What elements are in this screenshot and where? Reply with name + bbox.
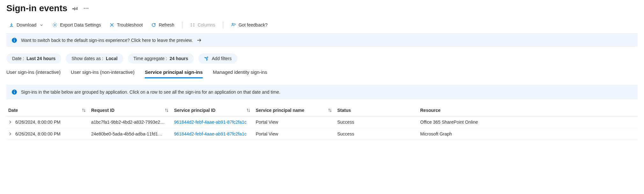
svg-rect-6: [14, 40, 15, 42]
col-resource-label: Resource: [420, 108, 631, 113]
columns-label: Columns: [198, 22, 215, 27]
troubleshoot-button[interactable]: Troubleshoot: [107, 20, 145, 29]
tab-service-principal-sign-ins[interactable]: Service principal sign-ins: [145, 67, 203, 78]
cell-status: Success: [337, 131, 354, 136]
filter-show-dates[interactable]: Show dates as : Local: [66, 53, 123, 64]
arrow-right-icon: [197, 38, 202, 43]
sort-icon: [165, 108, 169, 113]
grouping-info-text: Sign-ins in the table below are grouped …: [21, 89, 280, 95]
more-icon[interactable]: [83, 5, 89, 11]
info-icon: [11, 37, 17, 43]
sort-icon: [82, 108, 86, 113]
download-button[interactable]: Download: [6, 20, 47, 29]
table-row[interactable]: 6/26/2024, 8:00:00 PMa1bc7fa1-9bb2-4bd2-…: [6, 116, 638, 128]
col-date-label: Date: [8, 108, 79, 113]
svg-point-4: [232, 23, 233, 25]
refresh-label: Refresh: [159, 22, 174, 27]
toolbar-separator: [223, 21, 223, 28]
filter-icon: [204, 56, 209, 61]
filter-date[interactable]: Date : Last 24 hours: [6, 53, 61, 64]
col-request-id-label: Request ID: [91, 108, 162, 113]
col-resource[interactable]: Resource: [420, 108, 636, 113]
cell-sp-name: Portal View: [256, 120, 278, 125]
cell-date: 6/26/2024, 8:00:00 PM: [15, 131, 61, 136]
svg-point-7: [14, 39, 15, 39]
grouping-info-bar: Sign-ins in the table below are grouped …: [6, 85, 638, 99]
col-sp-id-label: Service principal ID: [174, 108, 244, 113]
cell-request-id: 24e80be0-5ada-4b5d-adba-11fd1…: [91, 131, 162, 136]
chevron-right-icon: [8, 120, 12, 124]
tab-managed-identity-sign-ins[interactable]: Managed identity sign-ins: [213, 67, 267, 78]
filter-agg-prefix: Time aggregate :: [134, 56, 167, 61]
feedback-button[interactable]: Got feedback?: [228, 20, 270, 29]
svg-point-3: [54, 24, 55, 26]
table-row[interactable]: 6/26/2024, 8:00:00 PM24e80be0-5ada-4b5d-…: [6, 128, 638, 140]
col-date[interactable]: Date: [8, 108, 91, 113]
filter-agg-value: 24 hours: [170, 56, 188, 61]
chevron-down-icon: [39, 22, 44, 27]
cell-resource: Microsoft Graph: [420, 131, 452, 136]
refresh-icon: [151, 22, 156, 27]
filter-show-dates-prefix: Show dates as :: [71, 56, 103, 61]
sort-icon: [328, 108, 332, 113]
cell-status: Success: [337, 120, 354, 125]
filter-date-value: Last 24 hours: [26, 56, 55, 61]
filter-show-dates-value: Local: [106, 56, 118, 61]
page-title: Sign-in events: [6, 3, 67, 13]
export-label: Export Data Settings: [60, 22, 101, 27]
refresh-button[interactable]: Refresh: [149, 20, 177, 29]
col-status[interactable]: Status: [337, 108, 420, 113]
preview-info-text: Want to switch back to the default sign-…: [21, 38, 193, 43]
cell-request-id: a1bc7fa1-9bb2-4bd2-a832-7993e2…: [91, 120, 165, 125]
col-sp-name-label: Service principal name: [256, 108, 325, 113]
add-filters-button[interactable]: Add filters: [198, 53, 237, 64]
cell-sp-name: Portal View: [256, 131, 278, 136]
cell-sp-id-link[interactable]: 961844d2-febf-4aae-ab91-87fc2fa1c: [174, 131, 246, 136]
add-filters-label: Add filters: [212, 56, 231, 61]
columns-button: Columns: [187, 20, 218, 29]
svg-point-1: [86, 8, 87, 9]
feedback-label: Got feedback?: [238, 22, 267, 27]
cell-date: 6/26/2024, 8:00:00 PM: [15, 120, 61, 125]
svg-point-10: [14, 90, 15, 91]
info-icon: [11, 89, 17, 95]
col-sp-name[interactable]: Service principal name: [256, 108, 337, 113]
feedback-icon: [231, 22, 236, 27]
filter-date-prefix: Date :: [12, 56, 24, 61]
tab-user-sign-ins-interactive-[interactable]: User sign-ins (interactive): [6, 67, 61, 78]
export-button[interactable]: Export Data Settings: [50, 20, 103, 29]
tab-user-sign-ins-non-interactive-[interactable]: User sign-ins (non-interactive): [71, 67, 135, 78]
toolbar-separator: [182, 21, 182, 28]
svg-point-2: [88, 8, 89, 9]
columns-icon: [190, 22, 195, 27]
gear-icon: [52, 22, 57, 27]
col-status-label: Status: [337, 108, 415, 113]
cell-resource: Office 365 SharePoint Online: [420, 120, 478, 125]
col-request-id[interactable]: Request ID: [91, 108, 174, 113]
chevron-right-icon: [8, 132, 12, 136]
tabs: User sign-ins (interactive)User sign-ins…: [6, 67, 638, 78]
sort-icon: [246, 108, 251, 113]
troubleshoot-label: Troubleshoot: [117, 22, 143, 27]
col-sp-id[interactable]: Service principal ID: [174, 108, 256, 113]
download-icon: [9, 22, 14, 27]
download-label: Download: [17, 22, 36, 27]
preview-info-bar[interactable]: Want to switch back to the default sign-…: [6, 34, 638, 47]
troubleshoot-icon: [109, 22, 114, 27]
svg-point-0: [84, 8, 85, 9]
filter-time-aggregate[interactable]: Time aggregate : 24 hours: [128, 53, 194, 64]
pin-icon[interactable]: [72, 5, 78, 11]
cell-sp-id-link[interactable]: 961844d2-febf-4aae-ab91-87fc2fa1c: [174, 120, 246, 125]
svg-rect-9: [14, 92, 15, 94]
